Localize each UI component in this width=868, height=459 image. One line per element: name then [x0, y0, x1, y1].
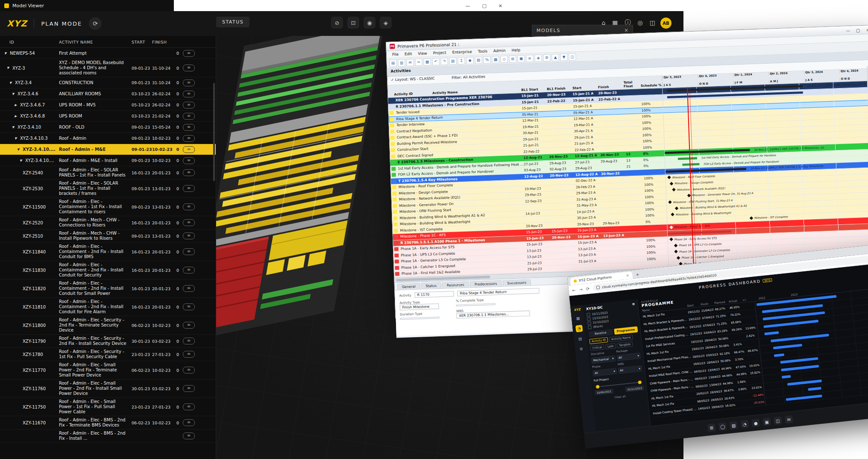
- col-bl1-finish[interactable]: BL1 Finish: [547, 86, 572, 91]
- menu-item[interactable]: File: [389, 52, 402, 57]
- activity-id-chip[interactable]: Activity ID: [589, 337, 608, 344]
- details-tab[interactable]: Successors: [502, 279, 531, 286]
- filter-label[interactable]: Filter: All Activities: [452, 74, 485, 82]
- tree-row[interactable]: ▼NEWEPS-54 First Attempt 0 ∞: [0, 48, 216, 59]
- p6-toolbar-icon[interactable]: ▥: [398, 59, 405, 67]
- view-tool-icon[interactable]: ◈: [380, 17, 392, 29]
- tree-row[interactable]: XZY-2520 Roof - Admin - Mech - CHW - Con…: [0, 216, 216, 230]
- link-icon[interactable]: ∞: [183, 303, 195, 310]
- p6-toolbar-icon[interactable]: ✂: [415, 59, 422, 66]
- col-schedule-pct[interactable]: Schedule %: [641, 83, 662, 88]
- p6-toolbar-icon[interactable]: %: [483, 56, 491, 64]
- details-tab[interactable]: Status: [421, 282, 441, 289]
- p6-toolbar-icon[interactable]: ▼: [560, 53, 568, 61]
- slider-handle-right[interactable]: [638, 380, 642, 384]
- status-button[interactable]: STATUS: [216, 17, 249, 27]
- phase-select[interactable]: All▾: [592, 368, 617, 377]
- p6-toolbar-icon[interactable]: ▩: [492, 56, 499, 63]
- p6-toolbar-icon[interactable]: ▧: [449, 57, 457, 65]
- tree-row[interactable]: XZY-11830 Roof - Admin - Elec - Containm…: [0, 261, 216, 280]
- link-icon[interactable]: ∞: [183, 113, 195, 120]
- plan-mode-label[interactable]: PLAN MODE: [41, 21, 82, 27]
- range-to[interactable]: 01/11/2023: [625, 385, 644, 392]
- col-start[interactable]: Start: [572, 85, 598, 90]
- tree-row[interactable]: Roof - Admin - Elec - BMS - 2nd Fix - In…: [0, 430, 216, 443]
- expand-arrow-icon[interactable]: ▼: [9, 81, 13, 85]
- view-tool-icon[interactable]: ⊡: [347, 17, 359, 29]
- maximize-icon[interactable]: ▢: [856, 28, 860, 32]
- link-icon[interactable]: ∞: [183, 419, 195, 426]
- toggle-chip[interactable]: Tangible: [617, 341, 633, 348]
- tree-row[interactable]: XZY-11500 Roof - Admin - Elec - Containm…: [0, 198, 216, 216]
- view-tool-icon[interactable]: ◉: [364, 17, 375, 29]
- taskbar-icon[interactable]: ◫: [774, 416, 782, 425]
- link-icon[interactable]: ∞: [183, 157, 195, 164]
- new-tab-button[interactable]: +: [636, 272, 640, 278]
- tree-row[interactable]: XZY-2540 Roof - Admin - Elec - SOLAR PAN…: [0, 166, 216, 179]
- toggle-chip[interactable]: Late: [605, 343, 616, 349]
- p6-toolbar-icon[interactable]: ▤: [389, 59, 397, 67]
- link-icon[interactable]: ∞: [183, 146, 195, 153]
- tree-row[interactable]: XZY-11760 Roof - Admin - Elec - Small Po…: [0, 380, 216, 398]
- link-icon[interactable]: ∞: [183, 248, 195, 255]
- link-icon[interactable]: ∞: [183, 351, 195, 358]
- taskbar-icon[interactable]: ●: [751, 419, 760, 427]
- tree-row[interactable]: ▶XYZ-3.4.6.7 UPS ROOM - MV5 05-10-23 26-…: [0, 100, 216, 111]
- tree-row[interactable]: ▶XYZ-3.4.6.8 UPS ROOM 03-10-23 21-02-24 …: [0, 111, 216, 122]
- p6-toolbar-icon[interactable]: ↶: [432, 58, 440, 65]
- link-icon[interactable]: ∞: [183, 79, 195, 86]
- view-tool-icon[interactable]: ⊘: [331, 17, 343, 29]
- link-icon[interactable]: ∞: [183, 232, 195, 239]
- expand-arrow-icon[interactable]: ▼: [12, 126, 16, 129]
- rail-dashboard-icon[interactable]: ▦: [574, 315, 582, 322]
- p6-toolbar-icon[interactable]: ▦: [423, 58, 431, 66]
- link-icon[interactable]: ∞: [183, 50, 195, 57]
- tree-row[interactable]: ▼XYZ-3.4 CONSTRUCTION 09-01-23 31-10-24 …: [0, 77, 216, 88]
- tree-row[interactable]: XZY-11800 Roof - Admin - Elec - Security…: [0, 316, 216, 335]
- baseline-button[interactable]: Baseline: [589, 329, 613, 338]
- package-select[interactable]: All▾: [616, 353, 641, 361]
- maximize-icon[interactable]: ▢: [482, 3, 486, 9]
- link-icon[interactable]: ∞: [183, 433, 195, 439]
- toolbar-icon[interactable]: ◎: [638, 19, 643, 26]
- activity-id-field[interactable]: R 1170: [415, 291, 454, 297]
- p6-toolbar-icon[interactable]: ◆: [466, 56, 474, 64]
- link-icon[interactable]: ∞: [183, 124, 195, 131]
- tree-row[interactable]: XZY-11790 Roof - Admin - Elec - Security…: [0, 335, 216, 348]
- menu-item[interactable]: Enterprise: [449, 50, 475, 55]
- expand-arrow-icon[interactable]: ▼: [4, 52, 8, 55]
- discipline-select[interactable]: Mechanical▾: [591, 355, 616, 364]
- tree-row[interactable]: XZY-11840 Roof - Admin - Elec - Containm…: [0, 243, 216, 261]
- tree-row[interactable]: ▼XYZ-3.4.10.... Roof - Admin - M&E 09-01…: [0, 144, 216, 155]
- rail-reports-icon[interactable]: ▤: [576, 335, 584, 343]
- tree-row[interactable]: XZY-2530 Roof - Admin - Elec - SOLAR PAN…: [0, 179, 216, 198]
- col-total-float[interactable]: Total Float: [624, 80, 641, 88]
- tree-row[interactable]: XZY-2510 Roof - Admin - Mech - CHW - Ins…: [0, 230, 216, 243]
- activity-name-field[interactable]: Riba Stage 4 Tender Return: [457, 288, 539, 296]
- close-icon[interactable]: ×: [624, 27, 628, 33]
- p6-toolbar-icon[interactable]: ⊞: [509, 55, 516, 63]
- tree-row[interactable]: XZY-11750 Roof - Admin - Elec - Small Po…: [0, 398, 216, 416]
- p6-toolbar-icon[interactable]: ≡: [526, 54, 534, 62]
- expand-arrow-icon[interactable]: ▼: [7, 66, 11, 70]
- menu-item[interactable]: Help: [509, 48, 524, 53]
- rail-settings-icon[interactable]: ⚙: [578, 345, 585, 353]
- tree-row[interactable]: XZY-1780 Roof - Admin - Elec - Security …: [0, 348, 216, 361]
- link-icon[interactable]: ∞: [183, 219, 195, 226]
- tree-row[interactable]: ▼XYZ-3.4.10.3 Roof - Admin 09-01-23 10-0…: [0, 133, 216, 144]
- tree-row[interactable]: ▼XYZ-3 XYZ - DEMO MODEL Basebuild Schedu…: [0, 59, 216, 77]
- p6-toolbar-icon[interactable]: ▣: [517, 55, 525, 62]
- expand-arrow-icon[interactable]: ▼: [17, 148, 21, 151]
- menu-item[interactable]: Edit: [402, 52, 415, 56]
- taskbar-icon[interactable]: ◔: [740, 420, 749, 429]
- menu-item[interactable]: Admin: [490, 48, 509, 53]
- expand-arrow-icon[interactable]: ▼: [15, 137, 18, 140]
- forward-icon[interactable]: →: [579, 287, 583, 292]
- details-tab[interactable]: Predecessors: [470, 280, 502, 287]
- p6-toolbar-icon[interactable]: ✉: [406, 59, 414, 66]
- activity-name-chip[interactable]: Activity Name: [609, 335, 633, 342]
- col-bl1-start[interactable]: BL1 Start: [521, 87, 547, 92]
- details-tab[interactable]: General: [397, 283, 420, 290]
- p6-toolbar-icon[interactable]: ⚙: [543, 54, 551, 62]
- link-icon[interactable]: ∞: [183, 267, 195, 274]
